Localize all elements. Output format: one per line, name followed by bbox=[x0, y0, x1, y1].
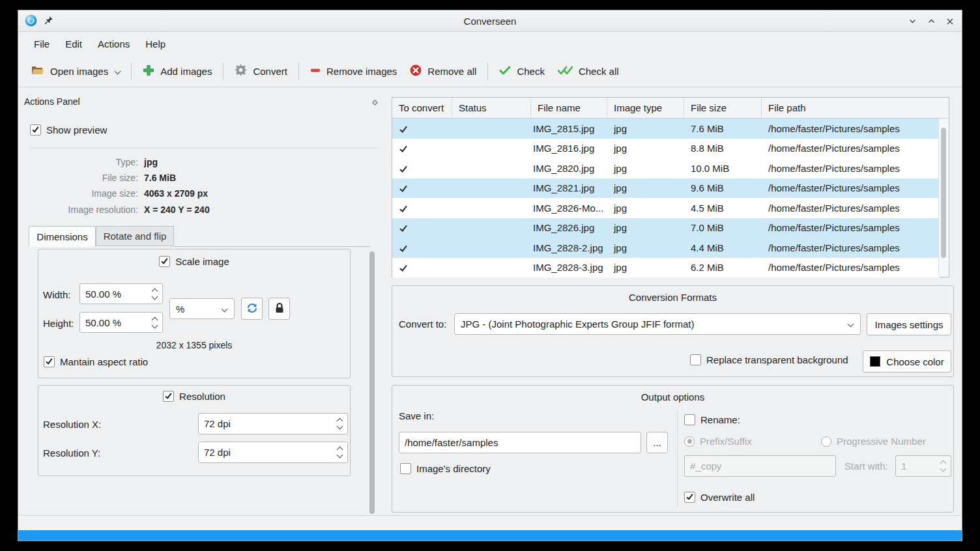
add-images-label: Add images bbox=[160, 66, 212, 77]
row-check-cell[interactable] bbox=[392, 222, 452, 233]
col-image-type[interactable]: Image type bbox=[607, 98, 684, 118]
refresh-icon bbox=[246, 302, 258, 316]
table-row[interactable]: IMG_2826.jpg jpg 7.0 MiB /home/faster/Pi… bbox=[392, 218, 939, 238]
check-button[interactable]: Check bbox=[493, 61, 551, 81]
menu-file[interactable]: File bbox=[26, 35, 57, 53]
row-check-cell[interactable] bbox=[392, 163, 452, 174]
check-label: Check bbox=[517, 66, 545, 77]
width-spinbox[interactable]: 50.00 % bbox=[79, 283, 163, 304]
table-row[interactable]: IMG_2815.jpg jpg 7.6 MiB /home/faster/Pi… bbox=[392, 119, 939, 139]
row-check-cell[interactable] bbox=[392, 123, 452, 134]
choose-color-button[interactable]: Choose color bbox=[863, 350, 951, 373]
row-check-cell[interactable] bbox=[392, 182, 452, 193]
images-settings-button[interactable]: Images settings bbox=[867, 313, 951, 335]
show-preview-checkbox[interactable]: Show preview bbox=[30, 124, 107, 135]
conversion-formats-group: Conversion Formats Convert to: JPG - (Jo… bbox=[392, 285, 954, 377]
row-check-cell[interactable] bbox=[392, 203, 452, 214]
resolution-y-spinbox[interactable]: 72 dpi bbox=[198, 442, 348, 463]
start-with-label: Start with: bbox=[844, 460, 888, 472]
table-scrollbar[interactable] bbox=[938, 119, 949, 277]
col-file-size[interactable]: File size bbox=[684, 98, 762, 118]
info-type: Type: jpg bbox=[18, 157, 373, 167]
menu-actions[interactable]: Actions bbox=[90, 35, 137, 53]
scrollbar-handle[interactable] bbox=[941, 128, 946, 258]
titlebar: Converseen bbox=[18, 10, 962, 32]
table-header: To convert Status File name Image type F… bbox=[392, 98, 949, 119]
toolbar: Open images Add images Convert bbox=[18, 55, 962, 87]
close-button[interactable] bbox=[946, 18, 954, 25]
table-row[interactable]: IMG_2828-2.jpg jpg 4.4 MiB /home/faster/… bbox=[392, 238, 939, 258]
row-check-cell[interactable] bbox=[392, 262, 452, 273]
replace-background-checkbox[interactable]: Replace transparent background bbox=[690, 354, 848, 365]
table-row[interactable]: IMG_2826-Mo... jpg 4.5 MiB /home/faster/… bbox=[392, 198, 939, 218]
rename-checkbox[interactable]: Rename: bbox=[684, 414, 740, 425]
menu-help[interactable]: Help bbox=[137, 35, 173, 53]
tab-dimensions[interactable]: Dimensions bbox=[29, 226, 96, 247]
add-images-button[interactable]: Add images bbox=[136, 60, 218, 83]
tab-rotate-and-flip[interactable]: Rotate and flip bbox=[96, 226, 174, 246]
row-check-cell[interactable] bbox=[392, 143, 452, 154]
aspect-ratio-checkbox[interactable]: Mantain aspect ratio bbox=[44, 356, 148, 367]
cell-file-size: 4.5 MiB bbox=[684, 203, 762, 214]
cell-file-name: IMG_2826.jpg bbox=[531, 222, 607, 233]
spinner-arrows[interactable] bbox=[147, 317, 162, 329]
images-directory-checkbox[interactable]: Image's directory bbox=[400, 463, 491, 474]
check-mark-icon bbox=[32, 126, 38, 133]
overwrite-all-checkbox[interactable]: Overwrite all bbox=[684, 492, 755, 503]
remove-all-label: Remove all bbox=[427, 66, 476, 77]
table-row[interactable]: IMG_2828-3.jpg jpg 6.2 MiB /home/faster/… bbox=[392, 258, 939, 278]
resolution-x-spinbox[interactable]: 72 dpi bbox=[198, 413, 348, 434]
pin-icon[interactable] bbox=[44, 16, 53, 27]
table-row[interactable]: IMG_2816.jpg jpg 8.8 MiB /home/faster/Pi… bbox=[392, 139, 939, 159]
panel-scrollbar[interactable] bbox=[369, 251, 375, 514]
table-row[interactable]: IMG_2820.jpg jpg 10.0 MiB /home/faster/P… bbox=[392, 158, 939, 178]
open-images-button[interactable]: Open images bbox=[25, 61, 126, 82]
divider bbox=[677, 410, 678, 507]
check-mark-icon bbox=[399, 244, 407, 251]
spinner-arrows bbox=[935, 460, 951, 472]
check-mark-icon bbox=[686, 493, 693, 500]
cell-file-name: IMG_2828-2.jpg bbox=[531, 242, 607, 253]
row-check-cell[interactable] bbox=[392, 242, 452, 253]
cell-file-path: /home/faster/Pictures/samples bbox=[762, 242, 939, 253]
spinner-arrows[interactable] bbox=[332, 446, 347, 459]
dock-float-icon[interactable] bbox=[371, 97, 379, 108]
convert-label: Convert bbox=[253, 66, 287, 77]
format-combobox[interactable]: JPG - (Joint Photographic Experts Group … bbox=[454, 313, 861, 335]
convert-button[interactable]: Convert bbox=[228, 59, 294, 83]
remove-all-button[interactable]: Remove all bbox=[403, 60, 483, 83]
cell-file-name: IMG_2820.jpg bbox=[531, 163, 607, 174]
scale-image-checkbox[interactable]: Scale image bbox=[159, 256, 229, 267]
output-options-group: Output options Save in: ... Image's dire… bbox=[392, 385, 954, 513]
col-file-path[interactable]: File path bbox=[762, 98, 949, 118]
save-path-field[interactable] bbox=[399, 432, 641, 453]
unit-combobox[interactable]: % bbox=[169, 298, 235, 319]
table-row[interactable]: IMG_2821.jpg jpg 9.6 MiB /home/faster/Pi… bbox=[392, 178, 939, 199]
maximize-button[interactable] bbox=[927, 17, 936, 25]
start-with-value: 1 bbox=[896, 460, 935, 472]
refresh-button[interactable] bbox=[241, 298, 263, 320]
app-icon bbox=[25, 14, 37, 29]
resolution-checkbox[interactable]: Resolution bbox=[163, 391, 225, 402]
unit-value: % bbox=[170, 304, 222, 315]
cell-file-size: 6.2 MiB bbox=[684, 262, 762, 273]
col-file-name[interactable]: File name bbox=[531, 98, 607, 118]
spinner-arrows[interactable] bbox=[332, 417, 347, 430]
browse-button[interactable]: ... bbox=[646, 432, 668, 453]
col-to-convert[interactable]: To convert bbox=[392, 98, 452, 118]
save-path-input[interactable] bbox=[399, 432, 641, 453]
spinner-arrows[interactable] bbox=[147, 288, 162, 300]
height-spinbox[interactable]: 50.00 % bbox=[79, 312, 163, 333]
check-all-button[interactable]: Check all bbox=[551, 61, 626, 81]
col-status[interactable]: Status bbox=[452, 98, 531, 118]
chevron-down-icon bbox=[222, 305, 228, 312]
status-bar bbox=[18, 515, 962, 531]
cell-file-path: /home/faster/Pictures/samples bbox=[762, 143, 939, 154]
menu-edit[interactable]: Edit bbox=[57, 35, 90, 53]
minimize-button[interactable] bbox=[908, 17, 917, 25]
resolution-y-value: 72 dpi bbox=[199, 447, 332, 458]
convert-to-label: Convert to: bbox=[399, 318, 446, 330]
lock-ratio-button[interactable] bbox=[268, 298, 290, 320]
cell-image-type: jpg bbox=[607, 242, 684, 253]
remove-images-button[interactable]: Remove images bbox=[304, 61, 403, 82]
